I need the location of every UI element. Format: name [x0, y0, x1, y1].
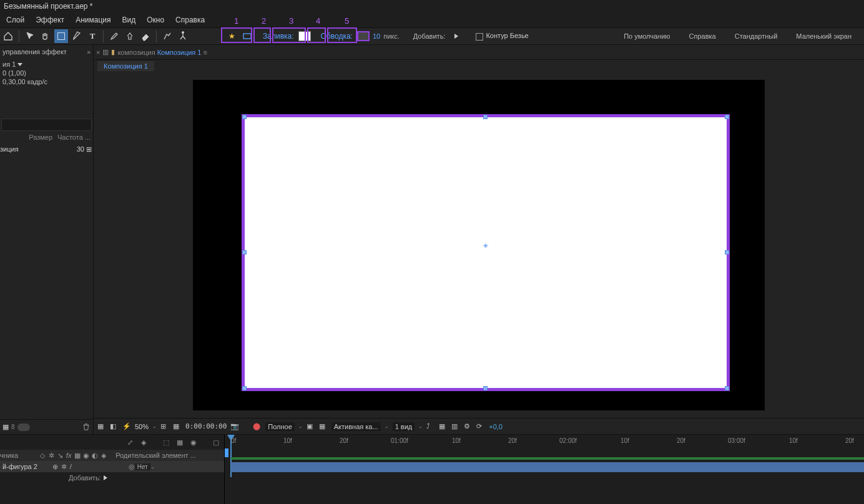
layer-transform-icon[interactable]: ⊕ [52, 463, 61, 471]
menu-view[interactable]: Вид [117, 14, 140, 27]
handle-tl[interactable] [242, 115, 247, 119]
brush-tool-icon[interactable] [107, 29, 121, 43]
shape-rectangle[interactable]: ✦ [242, 114, 730, 391]
clone-tool-icon[interactable] [123, 29, 137, 43]
project-item-comp[interactable]: зиция 30 ⊞ [0, 143, 93, 155]
time-ruler[interactable]: 0f 10f 20f 01:00f 10f 20f 02:00f 10f 20f… [225, 435, 864, 450]
ws-default[interactable]: По умолчанию [615, 30, 679, 42]
channels-icon[interactable]: ⬤ [253, 422, 262, 431]
camera-dropdown[interactable]: Активная ка... [331, 422, 381, 431]
zoom-dropdown-icon[interactable]: ⌄ [152, 424, 157, 429]
anchor-point-icon[interactable]: ✦ [482, 241, 489, 251]
bezier-checkbox[interactable]: Контур Безье [476, 32, 528, 40]
stroke-width-value[interactable]: 10 [371, 32, 381, 40]
col-fx-icon[interactable]: ✲ [47, 452, 55, 459]
timeline-icon[interactable]: ⟳ [476, 422, 485, 431]
handle-br[interactable] [725, 386, 729, 390]
trash-icon[interactable] [82, 422, 91, 432]
parent-dropdown[interactable]: Нет [135, 463, 150, 470]
menu-effect[interactable]: Эффект [31, 14, 69, 27]
time-indicator[interactable] [225, 448, 228, 457]
panel-menu-icon[interactable]: » [87, 49, 91, 56]
timeline-layer-row[interactable]: й-фигура 2 ⊕ ✲ / ◎ Нет ⌄ [0, 461, 224, 472]
handle-bl[interactable] [242, 386, 247, 390]
comp-tab[interactable]: Композиция 1 [97, 61, 154, 71]
layer-name[interactable]: й-фигура 2 [0, 463, 40, 470]
tl-graph-icon[interactable]: ▢ [210, 437, 222, 448]
col-solo-icon[interactable]: ↘ [56, 452, 64, 459]
quality-dropdown[interactable]: Полное [265, 422, 295, 431]
project-search-input[interactable] [1, 119, 92, 131]
menu-help[interactable]: Справка [170, 14, 210, 27]
flowchart-mini-icon[interactable]: ▥ [102, 48, 109, 56]
layer-duration-bar[interactable] [231, 462, 864, 472]
puppet-tool-icon[interactable] [176, 29, 190, 43]
handle-ml[interactable] [242, 250, 247, 254]
stroke-swatch[interactable] [357, 31, 370, 41]
pixel-icon[interactable]: ▥ [451, 422, 460, 431]
ws-help[interactable]: Справка [680, 30, 725, 42]
col-blur-icon[interactable]: ◉ [82, 452, 90, 459]
toggle-mask-icon[interactable]: ◧ [110, 422, 119, 431]
handle-tm[interactable] [483, 115, 488, 119]
col-adjust-icon[interactable]: ◐ [91, 452, 99, 459]
work-area-bar[interactable] [231, 457, 864, 460]
interpret-icon[interactable]: ▦ [2, 423, 9, 431]
exposure-value[interactable]: +0,0 [489, 423, 503, 430]
col-size[interactable]: Размер [26, 132, 55, 143]
selection-tool-icon[interactable] [23, 29, 37, 43]
comp-canvas[interactable]: ✦ [193, 80, 765, 410]
tl-shy-icon[interactable]: ⬚ [160, 437, 172, 448]
guides-icon[interactable]: ▦ [319, 422, 328, 431]
res-icon[interactable]: ⊞ [160, 422, 169, 431]
layer-icon[interactable]: ▮ [111, 48, 115, 56]
views-dropdown[interactable]: 1 вид [393, 422, 415, 431]
bit-depth[interactable]: 8 [11, 424, 15, 430]
snapshot-icon[interactable]: 📷 [230, 422, 239, 431]
handle-bm[interactable] [483, 386, 488, 390]
fast-preview-icon[interactable]: ⚙ [464, 422, 473, 431]
dropdown-icon[interactable] [17, 63, 22, 66]
col-source[interactable]: чника [0, 452, 18, 459]
menu-animation[interactable]: Анимация [71, 14, 115, 27]
menu-window[interactable]: Окно [142, 14, 169, 27]
preview-icon[interactable]: ⚡ [122, 422, 131, 431]
col-3d-icon[interactable]: ◈ [100, 452, 107, 459]
eraser-tool-icon[interactable] [139, 29, 152, 43]
col-shy-icon[interactable]: ◇ [39, 452, 46, 459]
rectangle-tool-icon[interactable] [54, 29, 68, 43]
grid-icon[interactable]: ▦ [97, 422, 106, 431]
timeline-track-area[interactable]: 0f 10f 20f 01:00f 10f 20f 02:00f 10f 20f… [225, 435, 864, 504]
menu-layer[interactable]: Слой [1, 14, 29, 27]
col-parent[interactable]: Родительский элемент ... [115, 452, 196, 459]
tl-motion-blur-icon[interactable]: ◉ [188, 437, 199, 448]
zoom-level[interactable]: 50% [135, 423, 149, 430]
tl-frame-blend-icon[interactable]: ▦ [174, 437, 185, 448]
home-icon[interactable] [1, 29, 15, 43]
handle-mr[interactable] [725, 250, 729, 254]
tl-search-icon[interactable]: ⤢ [124, 437, 135, 448]
add-menu-icon[interactable] [449, 29, 463, 43]
flowchart-icon[interactable]: ⊞ [84, 145, 93, 153]
transparency-icon[interactable]: ▦ [173, 422, 182, 431]
ws-small[interactable]: Маленький экран [787, 30, 860, 42]
composition-viewer[interactable]: ✦ [94, 72, 864, 418]
col-framerate[interactable]: Частота ... [55, 132, 93, 143]
roto-tool-icon[interactable] [160, 29, 174, 43]
color-toggle[interactable] [17, 424, 30, 431]
add-label: Добавить: [411, 32, 448, 40]
tl-comp-icon[interactable]: ◈ [138, 437, 149, 448]
text-tool-icon[interactable]: T [86, 29, 99, 43]
current-time[interactable]: 0:00:00:00 [185, 422, 227, 430]
col-quality-icon[interactable]: fx [65, 452, 72, 459]
ws-standard[interactable]: Стандартный [726, 30, 787, 42]
3d-icon[interactable]: ▦ [439, 422, 448, 431]
share-icon[interactable]: ⤴ [426, 422, 435, 431]
col-frame-icon[interactable]: ▦ [74, 452, 81, 459]
region-icon[interactable]: ▣ [307, 422, 315, 431]
handle-tr[interactable] [725, 115, 729, 119]
pen-tool-icon[interactable] [70, 29, 84, 43]
layer-fx-icon[interactable]: ✲ [61, 463, 70, 471]
hand-tool-icon[interactable] [39, 29, 52, 43]
add-shape-menu-icon[interactable] [104, 475, 107, 480]
